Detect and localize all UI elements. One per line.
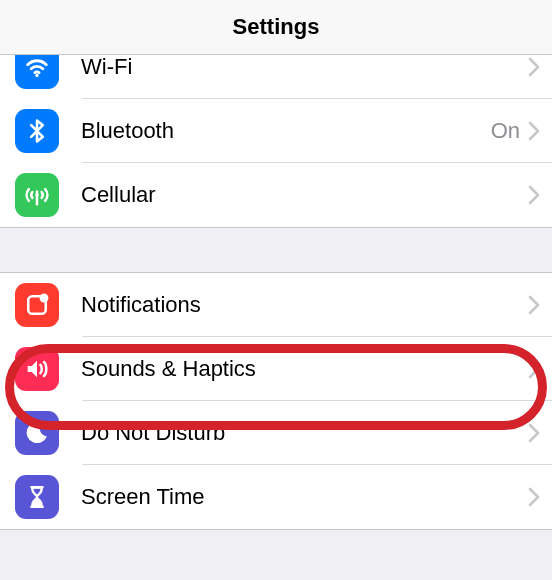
row-dnd-label: Do Not Disturb: [81, 420, 528, 446]
cellular-icon: [15, 173, 59, 217]
svg-point-0: [35, 74, 38, 77]
header: Settings: [0, 0, 552, 55]
svg-point-2: [35, 193, 38, 196]
chevron-right-icon: [528, 359, 540, 379]
screentime-icon: [15, 475, 59, 519]
dnd-icon: [15, 411, 59, 455]
chevron-right-icon: [528, 57, 540, 77]
settings-group-connectivity: Wi-Fi Bluetooth On Cellular: [0, 35, 552, 228]
row-bluetooth[interactable]: Bluetooth On: [0, 99, 552, 163]
row-bluetooth-label: Bluetooth: [81, 118, 491, 144]
bluetooth-icon: [15, 109, 59, 153]
svg-rect-6: [30, 506, 44, 509]
chevron-right-icon: [528, 121, 540, 141]
settings-group-system: Notifications Sounds & Haptics Do Not Di…: [0, 272, 552, 530]
page-title: Settings: [233, 14, 320, 40]
sounds-icon: [15, 347, 59, 391]
chevron-right-icon: [528, 185, 540, 205]
group-gap: [0, 228, 552, 272]
row-screentime-label: Screen Time: [81, 484, 528, 510]
chevron-right-icon: [528, 423, 540, 443]
row-sounds[interactable]: Sounds & Haptics: [0, 337, 552, 401]
row-cellular[interactable]: Cellular: [0, 163, 552, 227]
group-gap-bottom: [0, 530, 552, 564]
row-cellular-label: Cellular: [81, 182, 528, 208]
row-notifications-label: Notifications: [81, 292, 528, 318]
row-notifications[interactable]: Notifications: [0, 273, 552, 337]
row-wifi-label: Wi-Fi: [81, 54, 528, 80]
chevron-right-icon: [528, 487, 540, 507]
row-dnd[interactable]: Do Not Disturb: [0, 401, 552, 465]
row-bluetooth-detail: On: [491, 118, 520, 144]
svg-point-4: [40, 294, 49, 303]
svg-rect-5: [30, 486, 44, 489]
notifications-icon: [15, 283, 59, 327]
chevron-right-icon: [528, 295, 540, 315]
row-sounds-label: Sounds & Haptics: [81, 356, 528, 382]
row-screentime[interactable]: Screen Time: [0, 465, 552, 529]
